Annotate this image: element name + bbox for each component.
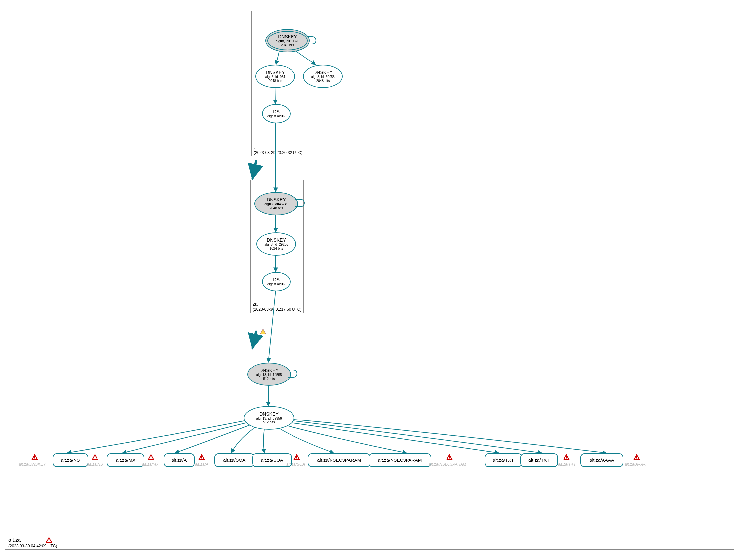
node-sub: 2048 bits [281, 43, 294, 47]
zone-za-ts: (2023-03-30 01:17:50 UTC) [253, 307, 301, 312]
zone-root-name: . [254, 145, 255, 150]
node-root-ds[interactable]: DS digest alg=2 [262, 104, 291, 123]
node-root-zsk[interactable]: DNSKEY alg=8, id=951 2048 bits [256, 65, 295, 88]
node-sub: alg=8, id=45749 [264, 202, 288, 206]
node-sub: 512 bits [263, 420, 275, 424]
node-sub: 2048 bits [316, 79, 330, 83]
node-title: DS [273, 277, 279, 283]
node-sub: alg=8, id=20326 [276, 39, 299, 43]
ghost-txt: alt.za/TXT [558, 462, 576, 467]
node-title: DS [273, 109, 279, 115]
rr-soa1[interactable]: alt.za/SOA [214, 453, 254, 467]
warning-icon[interactable] [148, 454, 154, 460]
ghost-mx: alt.za/MX [142, 462, 159, 467]
ghost-dnskey: alt.za/DNSKEY [19, 462, 46, 467]
rr-txt1[interactable]: alt.za/TXT [484, 453, 522, 467]
node-title: DNSKEY [267, 237, 286, 243]
zone-za-name: za [253, 301, 258, 307]
ghost-a: alt.za/A [195, 462, 208, 467]
ghost-ns: alt.za/NS [87, 462, 103, 467]
selfloop-icon [307, 36, 316, 44]
ghost-soa: alt.za/SOA [286, 462, 305, 467]
node-title: DNSKEY [278, 34, 297, 40]
node-sub: alg=13, id=52956 [256, 417, 282, 420]
rr-txt2[interactable]: alt.za/TXT [520, 453, 558, 467]
warning-icon[interactable] [31, 454, 38, 460]
selfloop-icon [295, 199, 305, 207]
node-sub: alg=8, id=60955 [311, 75, 335, 79]
warning-icon[interactable] [563, 454, 570, 460]
node-sub: alg=8, id=951 [265, 75, 286, 79]
rr-mx[interactable]: alt.za/MX [107, 453, 144, 467]
warning-icon[interactable] [293, 454, 300, 460]
warning-icon[interactable] [198, 454, 205, 460]
selfloop-icon [288, 370, 297, 378]
rr-aaaa[interactable]: alt.za/AAAA [580, 453, 623, 467]
node-sub: digest alg=2 [267, 114, 285, 118]
warning-icon[interactable] [92, 454, 98, 460]
rr-ns[interactable]: alt.za/NS [52, 453, 88, 467]
node-root-ksk[interactable]: DNSKEY alg=8, id=20326 2048 bits [265, 29, 310, 52]
node-sub: 2048 bits [270, 206, 283, 210]
node-altza-ksk[interactable]: DNSKEY alg=13, id=14555 512 bits [247, 363, 291, 386]
warning-icon[interactable] [633, 454, 640, 460]
warning-icon[interactable] [260, 328, 266, 335]
node-title: DNSKEY [260, 411, 279, 417]
warning-icon[interactable] [446, 454, 453, 460]
node-sub: 1024 bits [270, 247, 283, 251]
node-za-ds[interactable]: DS digest alg=2 [262, 272, 291, 291]
zone-altza-name: alt.za [8, 537, 21, 543]
zone-altza [5, 350, 734, 550]
rr-n3p2[interactable]: alt.za/NSEC3PARAM [368, 453, 431, 467]
rr-a[interactable]: alt.za/A [164, 453, 195, 467]
ghost-n3p: alt.za/NSEC3PARAM [429, 462, 466, 467]
node-za-ksk[interactable]: DNSKEY alg=8, id=45749 2048 bits [255, 192, 298, 215]
node-sub: 512 bits [263, 377, 275, 381]
rr-soa2[interactable]: alt.za/SOA [252, 453, 292, 467]
node-sub: alg=13, id=14555 [256, 373, 282, 377]
warning-icon[interactable] [46, 537, 52, 544]
node-sub: digest alg=2 [267, 282, 285, 286]
node-title: DNSKEY [266, 70, 285, 76]
node-za-zsk[interactable]: DNSKEY alg=8, id=29236 1024 bits [257, 233, 296, 256]
rr-n3p1[interactable]: alt.za/NSEC3PARAM [308, 453, 371, 467]
zone-altza-ts: (2023-03-30 04:42:09 UTC) [8, 544, 57, 548]
zone-root-ts: (2023-03-29 23:20:32 UTC) [254, 150, 302, 155]
node-title: DNSKEY [260, 368, 279, 373]
node-root-zsk2[interactable]: DNSKEY alg=8, id=60955 2048 bits [303, 65, 343, 88]
ghost-aaaa: alt.za/AAAA [625, 462, 646, 467]
node-sub: 2048 bits [269, 79, 282, 83]
node-sub: alg=8, id=29236 [264, 243, 288, 247]
node-title: DNSKEY [313, 70, 332, 76]
node-altza-zsk[interactable]: DNSKEY alg=13, id=52956 512 bits [244, 406, 294, 430]
node-title: DNSKEY [267, 197, 286, 202]
